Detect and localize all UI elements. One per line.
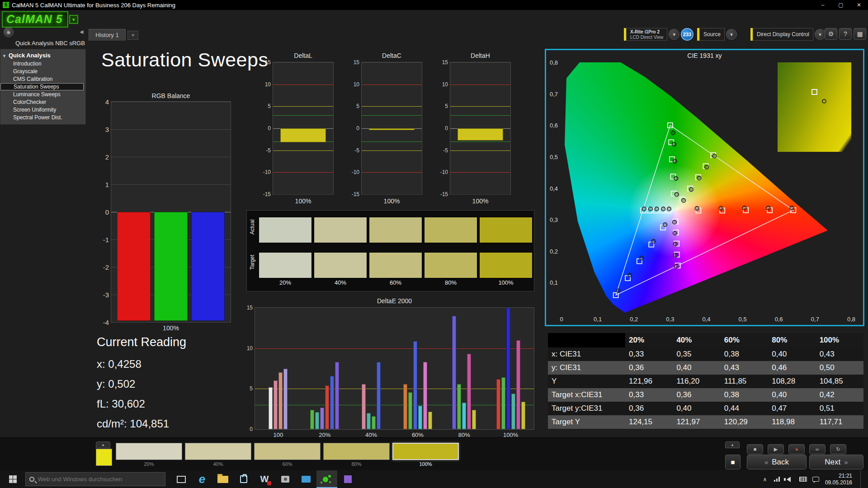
pattern-window-button[interactable]: ■ [725, 455, 741, 469]
cie-1931-panel[interactable]: CIE 1931 xy 0,10,20,30,40,50,60,70,8 00,… [545, 49, 864, 326]
sidebar-item-screen-uniformity[interactable]: Screen Uniformity [0, 106, 84, 113]
pattern-swatch-button[interactable]: 40% [185, 441, 251, 469]
pattern-swatch-button[interactable]: 20% [116, 441, 182, 469]
pattern-swatch [254, 443, 321, 460]
target-swatch [314, 252, 367, 278]
help-button[interactable]: ? [839, 28, 852, 40]
deltae2000-chart: 15105010020%40%60%80%100% [255, 307, 534, 430]
sidebar-item-grayscale[interactable]: Grayscale [0, 68, 84, 75]
table-cell: 0,50 [816, 361, 863, 375]
close-button[interactable]: ✕ [850, 0, 868, 10]
sidebar-item-introduction[interactable]: Introduction [0, 60, 84, 67]
current-reading-title: Current Reading [97, 335, 186, 349]
sidebar-item-spectral-power-dist-[interactable]: Spectral Power Dist. [0, 114, 84, 121]
sidebar-item-cms-calibration[interactable]: CMS Calibration [0, 75, 84, 83]
table-row: Y121,96116,20111,85108,28104,85 [548, 375, 863, 388]
keyboard-icon[interactable] [799, 477, 807, 482]
y-tick-label: 15 [442, 59, 448, 66]
pattern-swatch [323, 443, 390, 460]
loop-icon: ∞ [816, 446, 819, 452]
measured-point [705, 165, 709, 169]
active-pattern-chip[interactable] [96, 449, 112, 466]
pattern-eject-button[interactable]: ▲ [96, 441, 110, 448]
pattern-swatch-button[interactable]: 80% [323, 441, 390, 469]
y-tick-label: -2 [103, 263, 109, 271]
sidebar-item-saturation-sweeps[interactable]: Saturation Sweeps [0, 83, 84, 90]
y-tick-label: 0,7 [550, 90, 558, 97]
tree-root[interactable]: ▾Quick Analysis [0, 51, 85, 60]
task-view-icon [177, 476, 186, 483]
settings-button[interactable]: ⚙ [825, 28, 837, 40]
taskbar-search[interactable] [25, 472, 165, 486]
chevron-down-icon[interactable]: ▾ [669, 29, 679, 40]
refresh-button[interactable]: ↻ [830, 444, 846, 454]
deltah-chart: 151050-5-10-15 [450, 62, 511, 195]
limit-line [273, 62, 333, 63]
media-app-taskbar-button[interactable] [337, 470, 358, 488]
limit-line [450, 106, 510, 107]
sidebar-item-colorchecker[interactable]: ColorChecker [0, 99, 84, 106]
media-app-icon [344, 475, 352, 483]
tray-expand-icon[interactable]: ∧ [761, 476, 769, 483]
taskbar-apps: eW [171, 470, 358, 488]
limit-line [362, 150, 422, 151]
table-cell: 0,40 [673, 361, 720, 375]
pattern-swatch-button[interactable]: 60% [254, 441, 321, 469]
taskbar-clock[interactable]: 21:21 09.05.2016 [825, 473, 855, 486]
task-view-taskbar-button[interactable] [171, 470, 192, 488]
search-input[interactable] [38, 476, 161, 483]
tab-history-1[interactable]: History 1 [89, 29, 126, 41]
add-tab-button[interactable]: + [127, 31, 138, 40]
minimize-button[interactable]: – [814, 0, 832, 10]
layout-grid-icon: ▦ [857, 30, 863, 38]
calman-taskbar-button[interactable] [316, 470, 337, 488]
column-header: 80% [768, 333, 816, 347]
play-button[interactable]: ▶ [768, 444, 784, 454]
measured-point [649, 207, 653, 211]
edge-taskbar-button[interactable]: e [192, 470, 212, 488]
stop-button[interactable]: ■ [747, 444, 763, 454]
record-button[interactable]: ● [788, 444, 805, 454]
calman-logo: CalMAN 5 ▾ [2, 11, 78, 28]
layout-button[interactable]: ▦ [854, 28, 866, 40]
pattern-swatch-button[interactable]: 100% [392, 441, 459, 469]
network-icon[interactable] [774, 477, 781, 482]
file-explorer-taskbar-button[interactable] [212, 470, 233, 488]
next-button[interactable]: Next » [809, 455, 863, 469]
workflow-emblem-button[interactable]: ◉ [4, 27, 14, 37]
store-taskbar-button[interactable] [233, 470, 254, 488]
deltae-bar [423, 362, 427, 429]
display-control-dropdown[interactable]: Direct Display Control ▾ [750, 28, 826, 41]
deltae-bar [372, 416, 376, 429]
table-cell: 0,40 [768, 347, 816, 361]
sidebar-collapse-icon[interactable]: ◀ [80, 29, 83, 35]
limit-line [450, 172, 510, 173]
current-reading-fl: fL: 30,602 [97, 398, 145, 410]
measured-point [675, 264, 679, 268]
show-desktop-button[interactable] [860, 470, 863, 488]
chevron-down-icon[interactable]: ▾ [815, 29, 826, 40]
maximize-button[interactable]: ▢ [832, 0, 850, 10]
current-reading-cdm2: cd/m²: 104,851 [97, 418, 169, 430]
volume-icon[interactable] [787, 477, 794, 482]
inset-measured-point [822, 99, 826, 103]
deltae-bar [278, 372, 283, 429]
cie-title: CIE 1931 xy [546, 52, 863, 59]
windows-logo-icon [9, 475, 17, 483]
source-dropdown[interactable]: Source ▾ [697, 28, 737, 41]
table-cell: 0,36 [673, 388, 720, 402]
mail-app-taskbar-button[interactable] [296, 470, 316, 488]
actual-swatch [314, 217, 367, 243]
logo-dropdown-icon[interactable]: ▾ [69, 15, 78, 24]
transport-eject-button[interactable]: ▲ [725, 441, 740, 448]
start-button[interactable] [0, 470, 25, 488]
measured-point [689, 188, 693, 192]
back-button[interactable]: « Back [747, 455, 807, 469]
notification-icon[interactable] [812, 477, 820, 482]
chevron-down-icon[interactable]: ▾ [726, 29, 737, 40]
sidebar-item-luminance-sweeps[interactable]: Luminance Sweeps [0, 91, 84, 98]
capture-app-taskbar-button[interactable] [275, 470, 296, 488]
word-mcafee-taskbar-button[interactable]: W [254, 470, 275, 488]
loop-button[interactable]: ∞ [809, 444, 826, 454]
meter-dropdown[interactable]: X-Rite i1Pro 2 LCD Direct View ▾ [624, 28, 679, 41]
